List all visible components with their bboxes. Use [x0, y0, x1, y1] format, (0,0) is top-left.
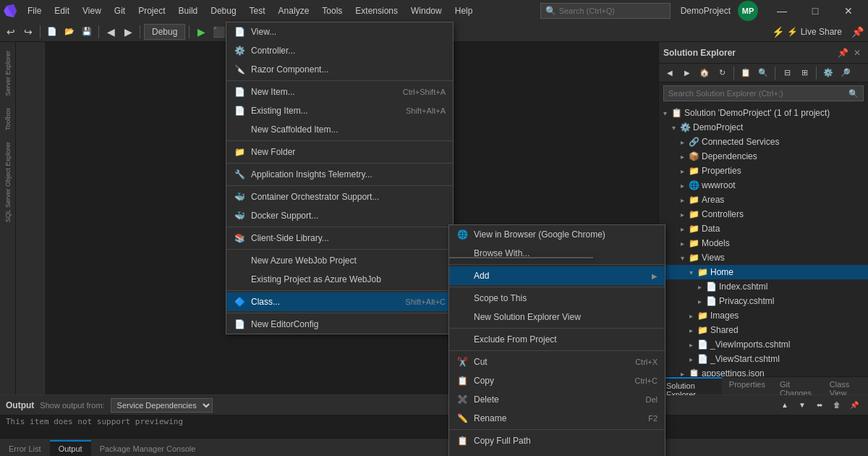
tree-item[interactable]: ▸🌐wwwroot [659, 178, 868, 193]
new-file-button[interactable]: 📄 [44, 24, 60, 40]
menu-debug[interactable]: Debug [205, 3, 242, 19]
output-pin[interactable]: 📌 [846, 397, 862, 413]
context-menu-item[interactable]: ✏️ Rename F2 [449, 409, 665, 428]
context-menu-item[interactable]: 📂 Open Folder in File Explorer [449, 450, 665, 456]
context-menu-item[interactable]: ✖️ Delete Del [449, 390, 665, 409]
tree-item[interactable]: ▸📄Privacy.cshtml [659, 294, 868, 308]
tree-item[interactable]: ▸📁Models [659, 236, 868, 250]
tree-item[interactable]: ▾⚙️DemoProject [659, 120, 868, 135]
add-menu-item[interactable]: 🔧 Application Insights Telemetry... [226, 165, 453, 184]
add-menu-item[interactable]: 🐳 Docker Support... [226, 206, 453, 225]
se-forward-btn[interactable]: ▶ [679, 65, 695, 81]
context-menu-item[interactable]: New Solution Explorer View [449, 308, 665, 326]
menu-file[interactable]: File [22, 3, 47, 19]
tree-item[interactable]: ▸📁Properties [659, 164, 868, 178]
se-close-button[interactable]: ✕ [851, 46, 864, 59]
back-button[interactable]: ◀ [103, 24, 119, 40]
save-button[interactable]: 💾 [79, 24, 95, 40]
output-scroll-up[interactable]: ▲ [777, 397, 793, 413]
tree-item[interactable]: ▾📁Home [659, 265, 868, 279]
sidebar-tab-toolbox[interactable]: Toolbox [2, 102, 14, 136]
add-menu-item[interactable]: 🔪 Razor Component... [226, 60, 453, 79]
se-show-all-btn[interactable]: 📋 [738, 65, 754, 81]
search-input[interactable] [559, 7, 653, 15]
menu-project[interactable]: Project [132, 3, 171, 19]
context-menu-item[interactable]: Browse With... [449, 244, 665, 263]
add-menu-item[interactable]: New Scaffolded Item... [226, 120, 453, 139]
add-menu-item[interactable]: 📚 Client-Side Library... [226, 229, 453, 248]
menu-tools[interactable]: Tools [316, 3, 348, 19]
start-button[interactable]: ▶ [193, 24, 209, 40]
add-menu-item[interactable]: 📄 View... [226, 22, 453, 41]
output-clear[interactable]: 🗑 [829, 397, 845, 413]
se-tab-git-changes[interactable]: Git Changes [773, 377, 822, 394]
menu-edit[interactable]: Edit [48, 3, 75, 19]
context-menu-item[interactable]: ✂️ Cut Ctrl+X [449, 352, 665, 371]
se-expand-btn[interactable]: ⊞ [796, 65, 812, 81]
tree-item[interactable]: ▸📁Controllers [659, 207, 868, 221]
context-menu-item[interactable]: 🌐 View in Browser (Google Chrome) [449, 225, 665, 244]
context-menu-item[interactable]: Exclude From Project [449, 330, 665, 349]
pin-button[interactable]: 📌 [849, 24, 865, 40]
close-button[interactable]: ✕ [832, 0, 865, 22]
tree-item[interactable]: ▸🔗Connected Services [659, 135, 868, 149]
add-menu-item[interactable]: 🔷 Class... Shift+Alt+C [226, 292, 453, 311]
context-menu-item[interactable]: Scope to This [449, 289, 665, 308]
live-share-button[interactable]: ⚡ ⚡ Live Share [766, 25, 848, 39]
se-pin-button[interactable]: 📌 [836, 46, 849, 59]
menu-view[interactable]: View [77, 3, 107, 19]
output-wrap[interactable]: ⬌ [812, 397, 827, 413]
se-filter-btn[interactable]: 🔍 [755, 65, 771, 81]
add-menu-item[interactable]: 🐳 Container Orchestrator Support... [226, 187, 453, 206]
menu-window[interactable]: Window [405, 3, 448, 19]
menu-git[interactable]: Git [109, 3, 131, 19]
output-source-select[interactable]: Service Dependencies [111, 398, 213, 413]
add-menu-item[interactable]: 📄 New EditorConfig [226, 315, 453, 334]
se-tab-solution-explorer[interactable]: Solution Explorer [659, 377, 722, 394]
menu-analyze[interactable]: Analyze [273, 3, 315, 19]
se-tab-properties[interactable]: Properties [722, 377, 773, 394]
tab-package-manager[interactable]: Package Manager Console [91, 440, 205, 456]
se-search-input[interactable] [668, 89, 846, 98]
add-menu-item[interactable]: ⚙️ Controller... [226, 41, 453, 60]
tab-output[interactable]: Output [50, 440, 91, 456]
debug-button[interactable]: Debug [144, 24, 185, 40]
se-settings-btn[interactable]: ⚙️ [820, 65, 836, 81]
context-menu-item[interactable]: 📋 Copy Full Path [449, 431, 665, 450]
context-menu-item[interactable]: 📋 Copy Ctrl+C [449, 371, 665, 390]
add-menu-item[interactable]: New Azure WebJob Project [226, 251, 453, 270]
tree-item[interactable]: ▸📄Index.cshtml [659, 279, 868, 294]
sidebar-tab-server-explorer[interactable]: Server Explorer [2, 45, 14, 102]
tree-item[interactable]: ▸📦Dependencies [659, 149, 868, 164]
se-sync-btn[interactable]: ↻ [714, 65, 730, 81]
maximize-button[interactable]: □ [799, 0, 832, 22]
se-tab-class-view[interactable]: Class View [822, 377, 868, 394]
menu-build[interactable]: Build [173, 3, 204, 19]
tab-error-list[interactable]: Error List [0, 440, 50, 456]
tree-item[interactable]: ▸📁Shared [659, 323, 868, 337]
tree-item[interactable]: ▸📁Areas [659, 193, 868, 207]
menu-test[interactable]: Test [244, 3, 271, 19]
tree-item[interactable]: ▸📁Images [659, 308, 868, 323]
tree-item[interactable]: ▸📁Data [659, 221, 868, 236]
menu-help[interactable]: Help [449, 3, 479, 19]
output-scroll-down[interactable]: ▼ [794, 397, 810, 413]
redo-button[interactable]: ↪ [20, 24, 36, 40]
add-menu-item[interactable]: 📁 New Folder [226, 143, 453, 161]
add-menu-item[interactable]: Existing Project as Azure WebJob [226, 270, 453, 289]
undo-button[interactable]: ↩ [3, 24, 19, 40]
tree-item[interactable]: ▾📋Solution 'DemoProject' (1 of 1 project… [659, 106, 868, 120]
sidebar-tab-sql-server[interactable]: SQL Server Object Explorer [2, 136, 14, 228]
context-menu-item[interactable]: Add ▶ [449, 266, 665, 285]
add-menu-item[interactable]: 📄 Existing Item... Shift+Alt+A [226, 101, 453, 120]
tree-item[interactable]: ▸📄_ViewStart.cshtml [659, 352, 868, 366]
minimize-button[interactable]: — [765, 0, 799, 22]
open-file-button[interactable]: 📂 [61, 24, 77, 40]
forward-button[interactable]: ▶ [120, 24, 136, 40]
tree-item[interactable]: ▸📄_ViewImports.cshtml [659, 337, 868, 352]
se-home-btn[interactable]: 🏠 [697, 65, 712, 81]
tree-item[interactable]: ▸📋appsettings.json [659, 366, 868, 376]
se-back-btn[interactable]: ◀ [662, 65, 678, 81]
se-collapse-btn[interactable]: ⊟ [779, 65, 795, 81]
add-menu-item[interactable]: 📄 New Item... Ctrl+Shift+A [226, 83, 453, 101]
